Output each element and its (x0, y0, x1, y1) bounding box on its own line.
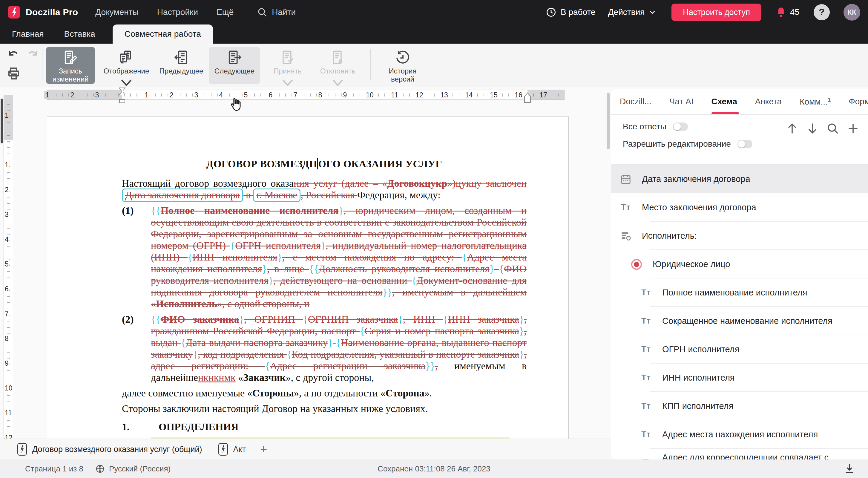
doc-text: ИНН исполнителя (192, 251, 277, 263)
panel-tab-comments[interactable]: Комм...1 (800, 96, 831, 107)
doc-text: ОГРН исполнителя (235, 240, 320, 251)
next-change-button[interactable]: Следующее (209, 47, 260, 84)
field-box[interactable]: г. Москве (253, 188, 301, 202)
help-button[interactable]: ? (814, 4, 830, 20)
tab-home[interactable]: Главная (2, 25, 54, 43)
doc-text: { (499, 263, 504, 274)
menu-settings[interactable]: Настройки (157, 7, 198, 17)
schema-item[interactable]: Исполнитель: (611, 222, 868, 250)
doc-tab-contract[interactable]: Договор возмездного оказания услуг (общи… (17, 443, 202, 456)
ruler-number: 5 (243, 91, 249, 99)
panel-tab-questionnaire[interactable]: Анкета (755, 97, 782, 107)
panel-tab-ai-chat[interactable]: Чат AI (670, 97, 693, 107)
add-field-icon[interactable] (846, 122, 860, 135)
schema-item[interactable]: TтОГРН исполнителя (611, 335, 868, 364)
version-history-button[interactable]: История версий (377, 47, 428, 84)
ruler-number: 4 (5, 235, 9, 244)
download-icon[interactable] (843, 463, 856, 475)
add-document-button[interactable]: + (260, 443, 267, 455)
language-selector[interactable]: Русский (Россия) (95, 464, 170, 474)
move-up-icon[interactable] (785, 122, 799, 135)
doc-text: } (239, 314, 244, 325)
app-title: Doczilla Pro (26, 7, 78, 17)
schema-item-label: Юридическое лицо (653, 259, 730, 270)
doczilla-logo-icon[interactable] (8, 6, 20, 19)
previous-change-button[interactable]: Предыдущее (156, 47, 206, 84)
print-icon[interactable] (7, 66, 21, 81)
doc-status[interactable]: В работе (546, 7, 596, 18)
avatar[interactable]: КК (843, 4, 860, 21)
search-icon (257, 7, 268, 18)
schema-item[interactable]: Юридическое лицо (611, 250, 868, 278)
text-field-icon: Tт (640, 428, 653, 441)
tab-insert[interactable]: Вставка (54, 25, 105, 43)
doc-tab-act[interactable]: Акт (218, 443, 246, 456)
doc-text: Код подразделения, указанный в паспорте … (291, 349, 519, 360)
right-indent-marker[interactable] (524, 92, 531, 103)
schema-item-label: ОГРН исполнителя (662, 344, 739, 355)
decline-change-label: Отклонить (320, 67, 355, 75)
schema-item[interactable]: TтИНН исполнителя (611, 364, 868, 392)
field-box[interactable]: Дата заключения договора (122, 188, 243, 202)
allow-edit-label: Разрешить редактирование (623, 139, 731, 149)
actions-label: Действия (608, 7, 645, 17)
tab-collaboration[interactable]: Совместная работа (113, 25, 213, 43)
left-scrollbar-thumb[interactable] (1, 98, 3, 143)
search-label: Найти (272, 7, 296, 17)
doc-text: ИНН заказчика (448, 314, 520, 325)
doc-status-label: В работе (561, 7, 596, 17)
doc-text: ФИО заказчика (161, 314, 239, 325)
schema-item[interactable]: TтПолное наименование исполнителя (611, 278, 868, 307)
schema-item[interactable]: Дата заключения договора (611, 165, 868, 193)
schema-item[interactable]: TтАдрес места нахождения исполнителя (611, 420, 868, 449)
document-page[interactable]: ДОГОВОР ВОЗМЕЗДНОГО ОКАЗАНИЯ УСЛУГНастоя… (47, 117, 569, 439)
all-answers-toggle[interactable] (673, 122, 688, 131)
search-control[interactable]: Найти (257, 7, 296, 18)
ruler-number: 5 (5, 259, 9, 269)
page-indicator[interactable]: Страница 1 из 8 (25, 464, 83, 474)
doc-text: } (339, 205, 343, 216)
panel-tab-doczilla[interactable]: Doczill... (620, 97, 651, 107)
share-access-button[interactable]: Настроить доступ (672, 4, 762, 21)
doc-text: Полное наименование исполнителя (161, 205, 339, 216)
doc-text: Договокцукр (387, 178, 447, 189)
menu-more[interactable]: Ещё (217, 7, 234, 17)
doc-text: »)цукцу заключен (447, 178, 527, 189)
move-down-icon[interactable] (806, 122, 819, 135)
panel-tab-schema[interactable]: Схема (711, 97, 737, 107)
schema-item-label: Исполнитель: (642, 230, 697, 241)
schema-item[interactable]: TтМесто заключения договора (611, 193, 868, 222)
ruler-number: 2 (168, 91, 175, 99)
actions-dropdown[interactable]: Действия (608, 7, 657, 17)
menu-documents[interactable]: Документы (95, 7, 138, 17)
doc-text: Должность руководителя исполнителя (319, 263, 490, 274)
notifications[interactable]: 45 (775, 6, 799, 18)
text-field-icon: Tт (640, 286, 653, 299)
doc-text: Серия и номер паспорта заказчика (364, 325, 519, 336)
ruler-number: 1 (44, 91, 51, 99)
search-fields-icon[interactable] (826, 122, 839, 135)
doc-text: { (462, 251, 467, 263)
doc-paragraph: Стороны заключили настоящий Договор на у… (122, 403, 527, 414)
doc-text: { (336, 337, 341, 348)
doc-text: Стороны заключили настоящий Договор на у… (122, 403, 428, 414)
panel-tab-forms[interactable]: Форму... (848, 97, 868, 107)
doc-text: } (519, 314, 524, 325)
schema-item[interactable]: Адрес для корреспонденции совпадает с ад… (611, 449, 868, 459)
doc-text: ОГРНИП заказчика (308, 314, 398, 325)
main-menu: Документы Настройки Ещё (95, 7, 234, 17)
schema-item[interactable]: TтСокращенное наименование исполнителя (611, 307, 868, 335)
doc-paragraph: (2){{ФИО заказчика}, ОГРНИП {ОГРНИП зака… (122, 313, 527, 383)
document-scrollbar-thumb[interactable] (607, 93, 610, 149)
indent-marker[interactable] (118, 88, 126, 103)
document-bolt-icon (218, 443, 228, 456)
doc-text: , действующего на основании (273, 275, 412, 286)
right-panel: Doczill... Чат AI Схема Анкета Комм...1 … (611, 89, 868, 459)
chevron-down-icon (648, 8, 656, 17)
doc-text: », с одной стороны, и (217, 298, 310, 309)
display-mode-button[interactable]: Отображение (99, 47, 154, 84)
schema-item[interactable]: TтКПП исполнителя (611, 392, 868, 420)
allow-edit-toggle[interactable] (738, 140, 752, 148)
track-changes-button[interactable]: Запись изменений (46, 47, 95, 84)
undo-icon[interactable] (7, 48, 21, 62)
